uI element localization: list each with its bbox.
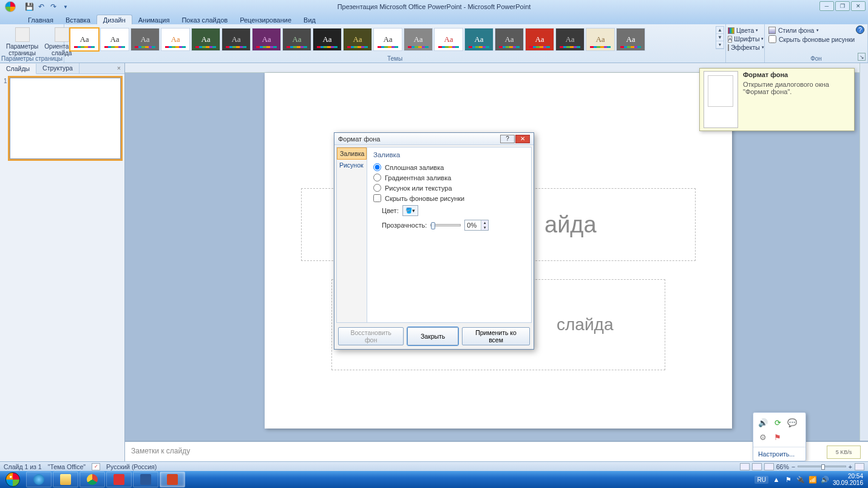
taskbar-powerpoint[interactable] xyxy=(160,472,185,487)
save-icon[interactable]: 💾 xyxy=(24,2,34,12)
tray-flag-icon[interactable]: ⚑ xyxy=(773,432,782,442)
panel-close[interactable]: × xyxy=(114,63,124,73)
undo-icon[interactable]: ↶ xyxy=(36,2,46,12)
theme-thumb-14[interactable]: Aa xyxy=(495,28,524,51)
tab-insert[interactable]: Вставка xyxy=(59,15,97,24)
slide-thumb-1[interactable]: 1 xyxy=(4,78,121,159)
theme-thumb-15[interactable]: Aa xyxy=(525,28,554,51)
tab-outline[interactable]: Структура xyxy=(36,63,80,73)
theme-fonts-button[interactable]: AШрифты▾ xyxy=(728,35,762,43)
minimize-button[interactable]: ─ xyxy=(819,1,834,11)
theme-thumb-4[interactable]: Aa xyxy=(191,28,220,51)
theme-thumb-11[interactable]: Aa xyxy=(404,28,433,51)
theme-thumb-7[interactable]: Aa xyxy=(282,28,311,51)
page-setup-button[interactable]: Параметры страницы xyxy=(4,26,41,58)
tray-action-icon[interactable]: ⚑ xyxy=(784,475,793,484)
tab-home[interactable]: Главная xyxy=(22,15,59,24)
hide-bg-check[interactable] xyxy=(768,35,776,43)
zoom-in[interactable]: + xyxy=(849,463,852,470)
tray-update-icon[interactable]: ⟳ xyxy=(773,418,782,427)
taskbar-explorer[interactable] xyxy=(53,472,78,487)
theme-scroll-down[interactable]: ▼ xyxy=(716,34,724,41)
dlg-tab-fill[interactable]: Заливка xyxy=(337,147,367,160)
taskbar-chrome[interactable] xyxy=(80,472,105,487)
theme-thumb-16[interactable]: Aa xyxy=(555,28,585,51)
taskbar-acrobat[interactable] xyxy=(106,472,132,487)
theme-thumb-12[interactable]: Aa xyxy=(434,28,463,51)
taskbar-ie[interactable] xyxy=(26,472,52,487)
theme-thumb-1[interactable]: Aa xyxy=(100,28,129,51)
dialog-titlebar[interactable]: Формат фона ? ✕ xyxy=(334,133,534,145)
theme-thumb-8[interactable]: Aa xyxy=(313,28,342,51)
zoom-slider[interactable] xyxy=(798,466,846,467)
tray-arrow-icon[interactable]: ▲ xyxy=(772,475,781,484)
opt-picture-fill[interactable]: Рисунок или текстура xyxy=(373,183,525,193)
redo-icon[interactable]: ↷ xyxy=(49,2,58,12)
tab-review[interactable]: Рецензирование xyxy=(234,15,297,24)
start-button[interactable] xyxy=(0,471,25,488)
tray-customize-link[interactable]: Настроить... xyxy=(753,447,805,461)
theme-colors-button[interactable]: Цвета▾ xyxy=(728,26,762,35)
tray-sound-icon[interactable]: 🔊 xyxy=(821,475,829,484)
taskbar-word[interactable] xyxy=(133,472,158,487)
close-button[interactable]: ✕ xyxy=(851,1,866,11)
theme-effects-button[interactable]: Эффекты▾ xyxy=(728,43,762,52)
color-dropdown[interactable]: 🪣▾ xyxy=(402,205,418,216)
tab-slideshow[interactable]: Показ слайдов xyxy=(175,15,234,24)
tray-power-icon[interactable]: 🔌 xyxy=(796,475,805,484)
color-label: Цвет: xyxy=(382,207,399,214)
theme-thumb-10[interactable]: Aa xyxy=(373,28,402,51)
tab-view[interactable]: Вид xyxy=(297,15,322,24)
zoom-knob[interactable] xyxy=(821,464,825,470)
theme-thumb-9[interactable]: Aa xyxy=(343,28,372,51)
tab-slides[interactable]: Слайды xyxy=(0,64,36,74)
transparency-slider[interactable] xyxy=(430,224,461,226)
tray-volume-icon[interactable]: 🔊 xyxy=(758,418,768,427)
background-styles-button[interactable]: Стили фона▾ xyxy=(768,26,864,35)
maximize-button[interactable]: ❐ xyxy=(835,1,850,11)
tray-clock[interactable]: 20:54 30.09.2016 xyxy=(833,473,863,486)
theme-thumb-0[interactable]: Aa xyxy=(70,28,99,51)
theme-scroll-up[interactable]: ▲ xyxy=(716,27,724,34)
tray-network-icon[interactable]: 📶 xyxy=(809,475,817,484)
dlg-tab-picture[interactable]: Рисунок xyxy=(337,160,367,171)
transparency-spinner[interactable]: 0% ▲▼ xyxy=(464,220,489,231)
dialog-close-button[interactable]: ✕ xyxy=(515,135,530,143)
status-language[interactable]: Русский (Россия) xyxy=(106,463,157,470)
tray-disk-icon[interactable]: ⚙ xyxy=(758,432,768,442)
window-controls: ─ ❐ ✕ xyxy=(819,1,866,11)
opt-solid-fill[interactable]: Сплошная заливка xyxy=(373,162,525,172)
btn-close[interactable]: Закрыть xyxy=(407,327,458,345)
theme-thumb-5[interactable]: Aa xyxy=(222,28,251,51)
tab-animation[interactable]: Анимация xyxy=(132,15,176,24)
view-slideshow[interactable] xyxy=(764,463,774,470)
tray-language[interactable]: RU xyxy=(754,476,768,484)
theme-thumb-6[interactable]: Aa xyxy=(252,28,281,51)
theme-thumb-17[interactable]: Aa xyxy=(586,28,615,51)
dialog-help-button[interactable]: ? xyxy=(500,135,515,143)
fit-to-window[interactable] xyxy=(855,463,864,470)
btn-apply-all[interactable]: Применить ко всем xyxy=(462,327,530,345)
theme-thumb-13[interactable]: Aa xyxy=(464,28,493,51)
view-sorter[interactable] xyxy=(752,463,762,470)
spellcheck-icon[interactable]: ✓ xyxy=(92,463,100,470)
spin-down[interactable]: ▼ xyxy=(481,225,488,230)
theme-thumb-3[interactable]: Aa xyxy=(161,28,190,51)
hide-background-checkbox[interactable]: Скрыть фоновые рисунки xyxy=(768,35,864,44)
slider-knob[interactable] xyxy=(431,222,435,229)
office-button[interactable] xyxy=(0,0,21,13)
view-normal[interactable] xyxy=(740,463,750,470)
spin-up[interactable]: ▲ xyxy=(481,220,488,225)
vertical-scrollbar[interactable] xyxy=(860,63,868,461)
theme-thumb-2[interactable]: Aa xyxy=(131,28,160,51)
theme-thumb-18[interactable]: Aa xyxy=(616,28,645,51)
opt-gradient-fill[interactable]: Градиентная заливка xyxy=(373,172,525,183)
tray-chat-icon[interactable]: 💬 xyxy=(787,418,797,427)
qat-more-icon[interactable]: ▼ xyxy=(61,2,70,12)
opt-hide-bg[interactable]: Скрыть фоновые рисунки xyxy=(373,193,525,203)
tooltip-preview-icon xyxy=(704,71,738,128)
theme-gallery-more[interactable]: ▾ xyxy=(716,41,724,49)
background-dialog-launcher[interactable]: ↘ xyxy=(858,53,866,61)
tab-design[interactable]: Дизайн xyxy=(97,15,132,24)
zoom-out[interactable]: − xyxy=(792,463,795,470)
